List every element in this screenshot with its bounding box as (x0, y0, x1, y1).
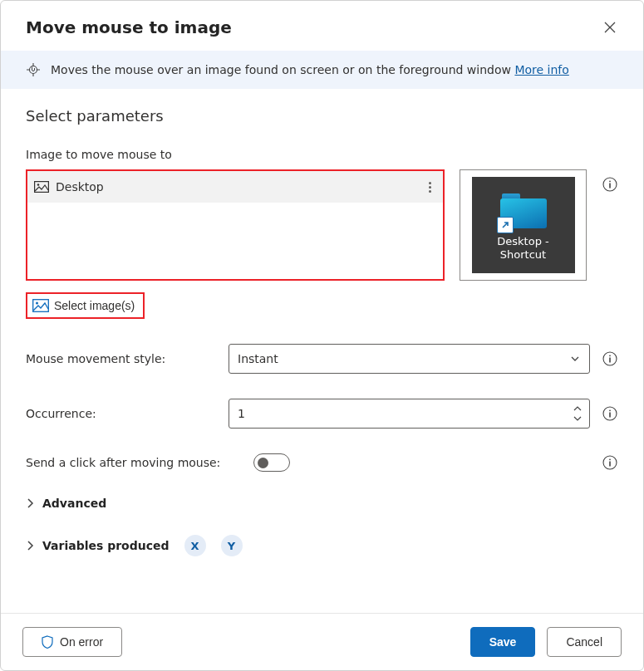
movement-style-row: Mouse movement style: Instant (26, 344, 618, 374)
info-banner: Moves the mouse over an image found on s… (1, 51, 643, 89)
svg-point-12 (609, 409, 611, 411)
movement-style-dropdown[interactable]: Instant (229, 344, 590, 374)
image-list-item[interactable]: Desktop (27, 171, 443, 203)
chevron-right-icon (26, 541, 34, 551)
mouse-target-icon (26, 62, 41, 77)
svg-rect-13 (609, 413, 611, 418)
svg-rect-10 (609, 358, 611, 363)
image-item-label: Desktop (56, 180, 104, 193)
dialog-footer: On error Save Cancel (1, 613, 643, 670)
preview-caption: Desktop - Shortcut (497, 235, 548, 262)
occurrence-input[interactable]: 1 (229, 399, 590, 429)
advanced-expander[interactable]: Advanced (26, 497, 618, 510)
image-icon (32, 299, 49, 312)
dialog-body: Select parameters Image to move mouse to… (1, 89, 643, 613)
chevron-down-icon (569, 353, 581, 365)
close-icon (604, 22, 616, 33)
spinner-down-button[interactable] (571, 414, 584, 423)
dialog: Move mouse to image Moves the mouse over… (0, 0, 644, 671)
dropdown-value: Instant (238, 352, 278, 365)
occurrence-value: 1 (238, 407, 571, 420)
info-icon[interactable] (602, 405, 618, 422)
svg-point-0 (30, 66, 37, 74)
section-title: Select parameters (26, 107, 618, 125)
svg-point-15 (609, 458, 611, 460)
svg-rect-16 (609, 462, 611, 467)
image-list[interactable]: Desktop (26, 169, 445, 281)
chevron-up-icon (573, 406, 582, 411)
movement-style-label: Mouse movement style: (26, 352, 217, 365)
occurrence-row: Occurrence: 1 (26, 399, 618, 429)
svg-point-2 (37, 184, 40, 186)
variable-chip-x[interactable]: X (184, 535, 206, 556)
chevron-right-icon (26, 498, 34, 508)
send-click-toggle[interactable] (253, 453, 290, 472)
chevron-down-icon (573, 416, 582, 421)
more-info-link[interactable]: More info (514, 63, 568, 76)
send-click-label: Send a click after moving mouse: (26, 456, 242, 469)
svg-point-4 (609, 180, 611, 182)
svg-rect-5 (609, 184, 611, 189)
image-icon (34, 181, 49, 193)
image-selection-row: Desktop D (26, 169, 618, 281)
on-error-button[interactable]: On error (22, 627, 122, 657)
dialog-title: Move mouse to image (26, 17, 232, 37)
shield-icon (42, 635, 53, 649)
banner-text: Moves the mouse over an image found on s… (51, 63, 569, 76)
info-icon[interactable] (602, 350, 618, 367)
image-item-menu-button[interactable] (425, 179, 435, 196)
image-field-label: Image to move mouse to (26, 148, 618, 161)
image-preview-content: Desktop - Shortcut (472, 177, 575, 273)
svg-point-7 (36, 302, 38, 305)
send-click-row: Send a click after moving mouse: (26, 453, 618, 472)
info-icon[interactable] (602, 176, 618, 193)
info-icon[interactable] (602, 454, 618, 471)
select-images-button[interactable]: Select image(s) (26, 292, 145, 319)
spinner-up-button[interactable] (571, 404, 584, 413)
cancel-button[interactable]: Cancel (547, 627, 622, 657)
close-button[interactable] (598, 16, 622, 39)
folder-shortcut-icon (500, 193, 547, 228)
dialog-header: Move mouse to image (1, 1, 643, 51)
save-button[interactable]: Save (470, 627, 536, 657)
svg-point-9 (609, 355, 611, 356)
variable-chip-y[interactable]: Y (221, 535, 243, 556)
variables-expander[interactable]: Variables produced X Y (26, 535, 618, 556)
image-preview: Desktop - Shortcut (460, 169, 587, 281)
occurrence-label: Occurrence: (26, 407, 217, 420)
